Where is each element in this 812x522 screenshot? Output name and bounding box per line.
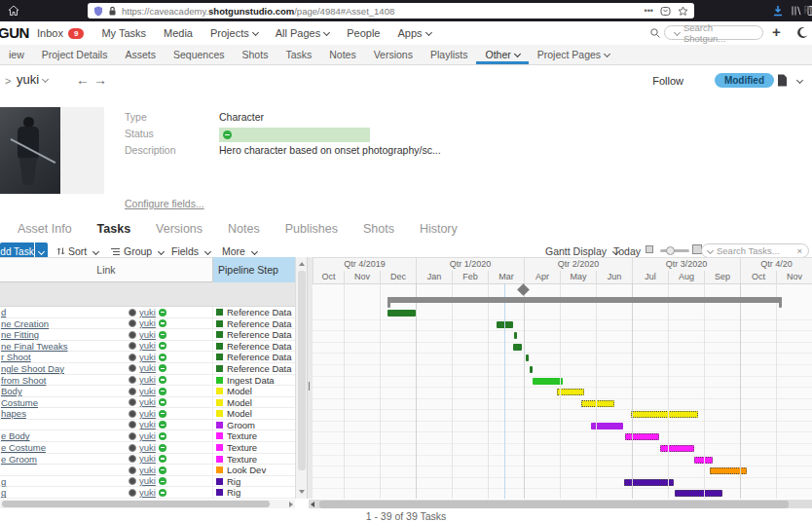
page-actions-icon[interactable]: ••• xyxy=(645,6,653,16)
tracking-shield-icon[interactable] xyxy=(93,6,103,17)
link-entity[interactable]: yuki xyxy=(139,387,156,396)
sort-menu[interactable]: Sort xyxy=(56,245,98,257)
scroll-up-icon[interactable] xyxy=(299,262,305,266)
group-header-row[interactable] xyxy=(0,282,295,307)
task-name-link[interactable]: from Shoot xyxy=(1,375,46,386)
task-name-link[interactable]: ngle Shoot Day xyxy=(1,363,64,374)
nav-item-inbox[interactable]: Inbox9 xyxy=(37,27,84,39)
milestone-diamond[interactable] xyxy=(517,283,530,296)
nav-item-my-tasks[interactable]: My Tasks xyxy=(101,27,146,39)
task-name-link[interactable]: e Groom xyxy=(1,454,37,465)
project-nav-project-pages[interactable]: Project Pages xyxy=(529,45,618,64)
table-row[interactable]: hapesyukiModel xyxy=(0,408,295,420)
task-name-link[interactable]: e Body xyxy=(1,430,30,441)
table-row[interactable]: ngle Shoot DayyukiReference Data xyxy=(0,363,295,375)
table-row[interactable]: BodyyukiModel xyxy=(0,386,295,397)
description-value[interactable]: Hero character based on onset photograph… xyxy=(219,144,441,156)
table-row[interactable]: ne FittingyukiReference Data xyxy=(0,329,295,341)
task-search-input[interactable]: Search Tasks... × xyxy=(701,243,809,258)
gantt-task-bar[interactable] xyxy=(710,467,747,474)
chevron-down-icon[interactable] xyxy=(796,77,803,84)
table-row[interactable]: e GroomyukiTexture xyxy=(0,454,295,466)
gantt-task-bar[interactable] xyxy=(514,332,517,339)
library-icon[interactable] xyxy=(791,5,802,17)
shotgun-logo[interactable]: GUN xyxy=(0,24,29,41)
link-entity[interactable]: yuki xyxy=(139,420,156,429)
task-name-link[interactable]: Costume xyxy=(1,397,38,408)
follow-button[interactable]: Follow xyxy=(652,75,683,87)
gantt-task-bar[interactable] xyxy=(513,344,522,351)
task-name-link[interactable]: Body xyxy=(1,386,22,396)
gantt-task-bar[interactable] xyxy=(631,411,698,418)
home-icon[interactable] xyxy=(8,5,19,17)
zoom-slider[interactable] xyxy=(660,249,689,252)
scrollbar-thumb[interactable] xyxy=(298,271,306,470)
project-nav-tasks[interactable]: Tasks xyxy=(277,45,320,64)
task-name-link[interactable]: ne Fitting xyxy=(1,329,39,340)
status-value[interactable] xyxy=(219,128,370,142)
scroll-left-icon[interactable] xyxy=(311,502,314,507)
nav-item-people[interactable]: People xyxy=(347,27,380,39)
project-nav-other[interactable]: Other xyxy=(476,45,528,64)
status-badge[interactable]: Modified xyxy=(715,73,774,88)
document-icon[interactable] xyxy=(777,74,788,87)
today-button[interactable]: Today xyxy=(613,245,641,257)
project-nav-shots[interactable]: Shots xyxy=(234,45,277,64)
table-row[interactable]: CostumeyukiModel xyxy=(0,397,295,409)
table-row[interactable]: e CostumeyukiTexture xyxy=(0,442,295,454)
table-row[interactable]: from ShootyukiIngest Data xyxy=(0,375,295,387)
task-name-link[interactable]: ne Creation xyxy=(1,318,49,329)
project-nav-assets[interactable]: Assets xyxy=(116,45,165,64)
download-icon[interactable] xyxy=(772,5,784,17)
zoom-slider-thumb[interactable] xyxy=(666,246,675,255)
bookmark-star-icon[interactable] xyxy=(678,6,688,17)
link-entity[interactable]: yuki xyxy=(139,330,156,340)
task-name-link[interactable]: ne Final Tweaks xyxy=(1,341,67,352)
pipeline-step-column-header[interactable]: Pipeline Step xyxy=(212,257,295,282)
table-row[interactable]: ne CreationyukiReference Data xyxy=(0,318,295,330)
task-name-link[interactable]: g xyxy=(1,487,6,498)
project-nav-project-details[interactable]: Project Details xyxy=(33,45,117,64)
link-entity[interactable]: yuki xyxy=(139,353,156,362)
link-entity[interactable]: yuki xyxy=(139,363,156,373)
gantt-task-bar[interactable] xyxy=(557,389,584,395)
scrollbar-thumb[interactable] xyxy=(319,501,789,508)
link-entity[interactable]: yuki xyxy=(139,431,156,441)
scroll-down-icon[interactable] xyxy=(299,490,305,494)
asset-thumbnail[interactable] xyxy=(0,107,104,194)
global-search-input[interactable]: Search Shotgun... xyxy=(664,25,763,40)
nav-item-projects[interactable]: Projects xyxy=(210,27,258,39)
forward-button[interactable]: → xyxy=(93,72,107,88)
fields-menu[interactable]: Fields xyxy=(171,245,210,257)
link-entity[interactable]: yuki xyxy=(139,397,156,407)
configure-fields-link[interactable]: Configure fields... xyxy=(125,198,204,209)
gantt-task-bar[interactable] xyxy=(660,445,694,452)
nav-item-all-pages[interactable]: All Pages xyxy=(276,27,329,39)
link-entity[interactable]: yuki xyxy=(139,476,156,486)
back-button[interactable]: ← xyxy=(76,72,90,88)
tab-notes[interactable]: Notes xyxy=(228,222,260,236)
tab-history[interactable]: History xyxy=(420,222,458,236)
type-value[interactable]: Character xyxy=(219,111,264,123)
add-new-button[interactable]: + xyxy=(772,23,781,40)
url-bar[interactable]: https://caveacademy.shotgunstudio.com/pa… xyxy=(88,3,694,19)
tab-asset-info[interactable]: Asset Info xyxy=(18,222,72,236)
link-entity[interactable]: yuki xyxy=(139,454,156,464)
link-entity[interactable]: yuki xyxy=(139,375,156,385)
gantt-task-bar[interactable] xyxy=(530,366,533,373)
pocket-icon[interactable] xyxy=(660,6,671,17)
gantt-horizontal-scrollbar[interactable] xyxy=(309,500,812,508)
gantt-task-bar[interactable] xyxy=(388,310,416,317)
gantt-task-bar[interactable] xyxy=(675,490,722,497)
link-entity[interactable]: yuki xyxy=(139,318,156,328)
tab-shots[interactable]: Shots xyxy=(363,222,394,236)
nav-item-apps[interactable]: Apps xyxy=(397,27,430,39)
summary-bar[interactable] xyxy=(388,297,782,303)
table-row[interactable]: dyukiReference Data xyxy=(0,307,295,318)
link-entity[interactable]: yuki xyxy=(139,443,156,453)
gantt-display-menu[interactable]: Gantt Display xyxy=(545,245,618,257)
table-row[interactable]: yukiLook Dev xyxy=(0,465,295,476)
clear-search-icon[interactable]: × xyxy=(796,245,802,256)
user-menu-icon[interactable] xyxy=(796,26,809,39)
project-nav-versions[interactable]: Versions xyxy=(365,45,422,64)
